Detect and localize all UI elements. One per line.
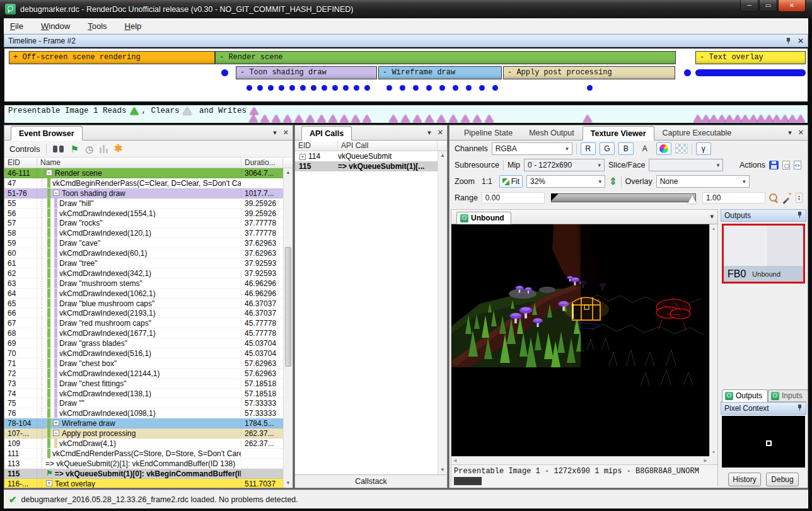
tab-capture-executable[interactable]: Capture Executable — [654, 125, 740, 140]
menu-item-help[interactable]: Help — [125, 21, 142, 31]
mip-combo[interactable]: 0 - 1272x690▾ — [524, 159, 605, 171]
event-row[interactable]: 61Draw "tree"37.92593 — [4, 258, 283, 268]
gamma-button[interactable]: γ — [696, 142, 711, 155]
autofit-range-icon[interactable] — [782, 193, 792, 203]
expand-icon[interactable]: + — [299, 154, 306, 160]
event-row[interactable]: 68vkCmdDrawIndexed(1677,1)45.77778 — [4, 328, 283, 338]
range-collapse-button[interactable]: ▴▾ — [796, 193, 803, 203]
event-row[interactable]: 73Draw "chest fittings"57.18518 — [4, 379, 283, 389]
event-row[interactable]: 57Draw "rocks"37.77778 — [4, 218, 283, 228]
title-bar[interactable]: debugmarker.rdc - RenderDoc Unofficial r… — [0, 0, 812, 18]
minimize-button[interactable]: ─ — [740, 0, 758, 12]
pixel-context-header[interactable]: Pixel Context — [721, 402, 806, 415]
api-call-row[interactable]: +114vkQueueSubmit — [295, 151, 438, 161]
close-button[interactable]: ✕ — [778, 0, 806, 12]
red-channel-button[interactable]: R — [581, 142, 596, 155]
column-duration[interactable]: Duratio... — [241, 158, 283, 168]
custom-shader-icon[interactable] — [794, 161, 801, 169]
timeline-marker-bar[interactable]: - Text overlay — [695, 51, 806, 64]
tab-inputs[interactable]: Inputs — [768, 389, 808, 401]
range-min-field[interactable]: 0.00 — [482, 192, 545, 204]
event-row[interactable]: 60vkCmdDrawIndexed(60,1)37.62963 — [4, 248, 283, 258]
texture-display[interactable] — [451, 224, 710, 456]
fit-button[interactable]: Fit — [499, 175, 523, 188]
column-name[interactable]: Name — [37, 158, 241, 168]
tab-unbound-texture[interactable]: Unbound — [456, 212, 511, 224]
event-row[interactable]: 115⚑=> vkQueueSubmit(1)[0]: vkBeginComma… — [4, 469, 283, 479]
flip-y-icon[interactable]: ⇕ — [609, 176, 617, 187]
pin-icon[interactable] — [786, 37, 791, 44]
event-row[interactable]: 76vkCmdDrawIndexed(1098,1)57.33333 — [4, 408, 283, 418]
range-black-point-handle[interactable] — [551, 193, 559, 201]
alpha-channel-button[interactable]: A — [637, 142, 652, 155]
scrollbar-thumb[interactable] — [285, 247, 291, 367]
range-max-field[interactable]: 1.00 — [702, 192, 765, 204]
debug-button[interactable]: Debug — [766, 473, 799, 486]
tab-texture-viewer[interactable]: Texture Viewer — [583, 126, 654, 141]
event-row[interactable]: 67Draw "red mushroom caps"45.77778 — [4, 318, 283, 328]
tab-api-calls[interactable]: API Calls — [301, 126, 352, 141]
save-texture-icon[interactable] — [769, 161, 779, 169]
event-row[interactable]: 46-111−Render scene3064.7... — [4, 168, 283, 178]
tab-outputs[interactable]: Outputs — [722, 389, 768, 402]
open-texture-list-icon[interactable] — [782, 161, 790, 169]
event-row[interactable]: 65Draw "blue mushroom caps"46.37037 — [4, 299, 283, 309]
find-event-icon[interactable] — [53, 146, 64, 152]
close-icon[interactable]: ✕ — [798, 129, 804, 137]
event-row[interactable]: 75Draw ""57.33333 — [4, 398, 283, 408]
menu-item-window[interactable]: Window — [41, 21, 70, 31]
outputs-header[interactable]: Outputs — [721, 209, 806, 222]
timeline-resource-strip[interactable]: Presentable Image 1 Reads, Clears and Wr… — [4, 105, 808, 123]
scroll-up-icon[interactable]: ▲ — [284, 168, 293, 177]
expand-icon[interactable]: + — [53, 420, 59, 426]
timeline-marker-bar[interactable]: - Apply post processing — [503, 66, 675, 79]
range-slider[interactable] — [551, 193, 696, 202]
blue-channel-button[interactable]: B — [618, 142, 634, 155]
collapse-icon[interactable]: − — [53, 430, 59, 436]
texture-list-chevron-icon[interactable]: ▾ — [710, 212, 714, 221]
timeline-marker-bar[interactable]: + Off-screen scene rendering — [9, 51, 215, 64]
event-row[interactable]: 116-...+Text overlay511.7037 — [4, 479, 283, 488]
event-row[interactable]: 109vkCmdDraw(4,1)262.37... — [4, 439, 283, 449]
green-channel-button[interactable]: G — [600, 142, 615, 155]
menu-item-file[interactable]: File — [10, 21, 23, 31]
scroll-up-icon[interactable]: ▲ — [710, 224, 717, 231]
event-row[interactable]: 56vkCmdDrawIndexed(1554,1)39.25926 — [4, 209, 283, 219]
history-button[interactable]: History — [728, 473, 761, 486]
close-icon[interactable]: ✕ — [798, 37, 804, 45]
callstack-section[interactable]: Callstack — [295, 474, 447, 488]
event-row[interactable]: 70vkCmdDrawIndexed(516,1)45.03704 — [4, 348, 283, 359]
jump-to-eid-icon[interactable]: ⚑ — [70, 144, 78, 154]
event-row[interactable]: 55Draw "hill"39.25926 — [4, 198, 283, 209]
pixel-context-view[interactable] — [722, 416, 805, 468]
event-row[interactable]: 69Draw "grass blades"45.03704 — [4, 338, 283, 348]
color-wheel-button[interactable] — [656, 142, 671, 155]
timeline-body[interactable]: + Off-screen scene rendering- Render sce… — [4, 48, 808, 102]
checkerboard-background-icon[interactable] — [675, 144, 688, 154]
event-row[interactable]: 64vkCmdDrawIndexed(1062,1)46.96296 — [4, 289, 283, 299]
statistics-icon[interactable] — [100, 145, 108, 153]
event-row[interactable]: 47vkCmdBeginRenderPass(C=Clear, D=Clear,… — [4, 178, 283, 188]
column-api-call[interactable]: API Call — [338, 141, 438, 151]
texture-vertical-scrollbar[interactable]: ▲ ▼ — [709, 224, 717, 456]
event-row[interactable]: 71Draw "chest box"57.62963 — [4, 359, 283, 369]
maximize-button[interactable]: ▭ — [759, 0, 777, 12]
chevron-down-icon[interactable]: ▾ — [788, 129, 792, 137]
event-row[interactable]: 63Draw "mushroom stems"46.96296 — [4, 278, 283, 289]
event-row[interactable]: 58vkCmdDrawIndexed(120,1)37.77778 — [4, 228, 283, 238]
expand-icon[interactable]: + — [46, 480, 52, 486]
zoom-combo[interactable]: 32%▾ — [526, 175, 605, 188]
column-eid[interactable]: EID — [4, 158, 37, 168]
chevron-down-icon[interactable]: ▾ — [273, 129, 277, 137]
event-row[interactable]: 111vkCmdEndRenderPass(C=Store, D=Store, … — [4, 449, 283, 459]
api-call-row[interactable]: 115=> vkQueueSubmit(1)[... — [295, 161, 438, 171]
bookmark-icon[interactable]: ✱ — [114, 144, 122, 154]
tab-event-browser[interactable]: Event Browser — [11, 126, 83, 141]
range-white-point-handle[interactable] — [688, 195, 697, 204]
event-row[interactable]: 62vkCmdDrawIndexed(342,1)37.92593 — [4, 268, 283, 278]
slice-face-combo[interactable]: ▾ — [649, 159, 723, 171]
chevron-down-icon[interactable]: ▾ — [427, 129, 431, 137]
collapse-icon[interactable]: − — [46, 169, 52, 176]
scroll-up-icon[interactable]: ▲ — [438, 151, 447, 160]
tab-mesh-output[interactable]: Mesh Output — [521, 125, 583, 140]
